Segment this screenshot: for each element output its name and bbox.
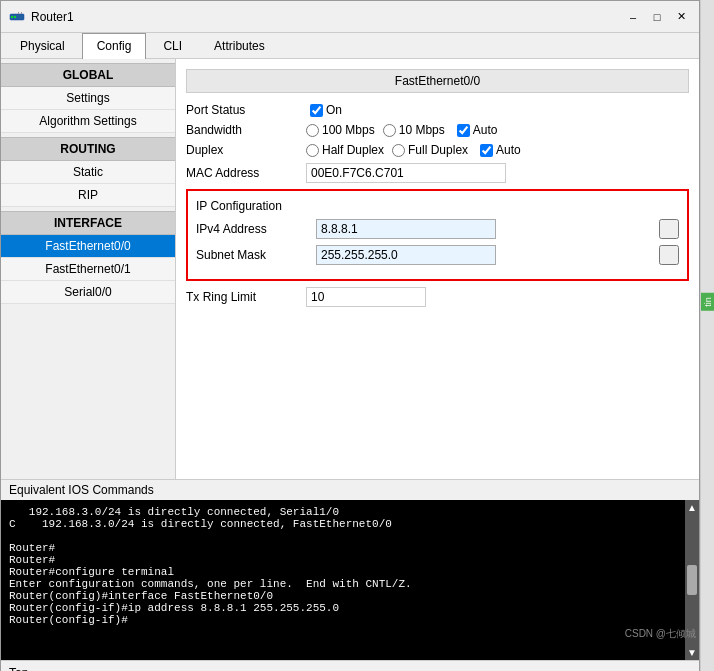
tab-cli[interactable]: CLI — [148, 33, 197, 58]
pt-button[interactable]: tin — [701, 293, 714, 311]
duplex-auto-checkbox[interactable] — [480, 144, 493, 157]
ip-config-section: IP Configuration IPv4 Address Subnet Mas… — [186, 189, 689, 281]
tab-config[interactable]: Config — [82, 33, 147, 59]
bandwidth-100-label[interactable]: 100 Mbps — [306, 123, 375, 137]
mac-address-row: MAC Address — [186, 163, 689, 183]
bandwidth-10-radio[interactable] — [383, 124, 396, 137]
tab-physical[interactable]: Physical — [5, 33, 80, 58]
tab-bar: Physical Config CLI Attributes — [1, 33, 699, 59]
minimize-button[interactable]: – — [623, 7, 643, 27]
svg-rect-4 — [21, 12, 22, 14]
duplex-half-radio[interactable] — [306, 144, 319, 157]
panel-title: FastEthernet0/0 — [186, 69, 689, 93]
mac-address-value — [306, 163, 689, 183]
bandwidth-100-radio[interactable] — [306, 124, 319, 137]
duplex-auto-label[interactable]: Auto — [480, 143, 521, 157]
port-status-label: Port Status — [186, 103, 306, 117]
svg-rect-3 — [18, 12, 19, 14]
sidebar-item-fastethernet01[interactable]: FastEthernet0/1 — [1, 258, 175, 281]
sidebar-item-rip[interactable]: RIP — [1, 184, 175, 207]
sidebar-item-static[interactable]: Static — [1, 161, 175, 184]
duplex-full-radio[interactable] — [392, 144, 405, 157]
ipv4-address-value — [316, 219, 655, 239]
duplex-row: Duplex Half Duplex Full Duplex Auto — [186, 143, 689, 157]
subnet-mask-row: Subnet Mask — [196, 245, 679, 265]
sidebar-section-global: GLOBAL — [1, 63, 175, 87]
bandwidth-value: 100 Mbps 10 Mbps Auto — [306, 123, 689, 137]
ip-config-title: IP Configuration — [196, 199, 679, 213]
bandwidth-auto-text: Auto — [473, 123, 498, 137]
subnet-mask-input[interactable] — [316, 245, 496, 265]
terminal-content[interactable]: 192.168.3.0/24 is directly connected, Se… — [1, 500, 699, 660]
tx-ring-limit-row: Tx Ring Limit — [186, 287, 689, 307]
status-top-label: Top — [9, 666, 28, 672]
status-bar: Top — [1, 660, 699, 671]
sidebar-section-interface: INTERFACE — [1, 211, 175, 235]
terminal-section: Equivalent IOS Commands 192.168.3.0/24 i… — [1, 479, 699, 660]
maximize-button[interactable]: □ — [647, 7, 667, 27]
mac-address-input[interactable] — [306, 163, 506, 183]
window-controls: – □ ✕ — [623, 7, 691, 27]
subnet-mask-value — [316, 245, 655, 265]
duplex-full-label[interactable]: Full Duplex — [392, 143, 468, 157]
sidebar-section-routing: ROUTING — [1, 137, 175, 161]
svg-point-2 — [14, 16, 16, 18]
subnet-button[interactable] — [659, 245, 679, 265]
router-icon — [9, 9, 25, 25]
close-button[interactable]: ✕ — [671, 7, 691, 27]
sidebar: GLOBAL Settings Algorithm Settings ROUTI… — [1, 59, 176, 479]
title-bar: Router1 – □ ✕ — [1, 1, 699, 33]
window-title: Router1 — [31, 10, 623, 24]
bandwidth-10-text: 10 Mbps — [399, 123, 445, 137]
duplex-half-label[interactable]: Half Duplex — [306, 143, 384, 157]
sidebar-item-settings[interactable]: Settings — [1, 87, 175, 110]
svg-point-1 — [11, 16, 13, 18]
right-panel: tin — [700, 0, 714, 671]
subnet-mask-label: Subnet Mask — [196, 248, 316, 262]
tx-ring-limit-input[interactable] — [306, 287, 426, 307]
ipv4-address-row: IPv4 Address — [196, 219, 679, 239]
terminal-label: Equivalent IOS Commands — [1, 480, 699, 500]
ipv4-button[interactable] — [659, 219, 679, 239]
tx-ring-limit-label: Tx Ring Limit — [186, 290, 306, 304]
terminal-scroll-down[interactable]: ▼ — [687, 647, 697, 658]
terminal-wrapper: 192.168.3.0/24 is directly connected, Se… — [1, 500, 699, 660]
bandwidth-auto-label[interactable]: Auto — [457, 123, 498, 137]
csdn-watermark: CSDN @七倾城 — [625, 627, 696, 641]
bandwidth-auto-checkbox[interactable] — [457, 124, 470, 137]
port-status-row: Port Status On — [186, 103, 689, 117]
ipv4-address-input[interactable] — [316, 219, 496, 239]
app-container: Router1 – □ ✕ Physical Config CLI Attrib… — [0, 0, 714, 671]
port-status-value: On — [306, 103, 689, 117]
config-panel: FastEthernet0/0 Port Status On Bandwidth — [176, 59, 699, 479]
ipv4-address-label: IPv4 Address — [196, 222, 316, 236]
tx-ring-limit-value — [306, 287, 689, 307]
router-window: Router1 – □ ✕ Physical Config CLI Attrib… — [0, 0, 700, 671]
duplex-value: Half Duplex Full Duplex Auto — [306, 143, 689, 157]
duplex-half-text: Half Duplex — [322, 143, 384, 157]
duplex-auto-text: Auto — [496, 143, 521, 157]
main-content: GLOBAL Settings Algorithm Settings ROUTI… — [1, 59, 699, 479]
terminal-scroll-thumb[interactable] — [687, 565, 697, 595]
port-status-checkbox-label[interactable]: On — [310, 103, 689, 117]
bandwidth-10-label[interactable]: 10 Mbps — [383, 123, 445, 137]
duplex-label: Duplex — [186, 143, 306, 157]
bandwidth-100-text: 100 Mbps — [322, 123, 375, 137]
port-status-checkbox[interactable] — [310, 104, 323, 117]
duplex-full-text: Full Duplex — [408, 143, 468, 157]
sidebar-item-fastethernet00[interactable]: FastEthernet0/0 — [1, 235, 175, 258]
sidebar-item-algorithm-settings[interactable]: Algorithm Settings — [1, 110, 175, 133]
mac-address-label: MAC Address — [186, 166, 306, 180]
bandwidth-row: Bandwidth 100 Mbps 10 Mbps Auto — [186, 123, 689, 137]
tab-attributes[interactable]: Attributes — [199, 33, 280, 58]
port-status-on-label: On — [326, 103, 342, 117]
bandwidth-label: Bandwidth — [186, 123, 306, 137]
terminal-scroll-up[interactable]: ▲ — [687, 502, 697, 513]
sidebar-item-serial00[interactable]: Serial0/0 — [1, 281, 175, 304]
